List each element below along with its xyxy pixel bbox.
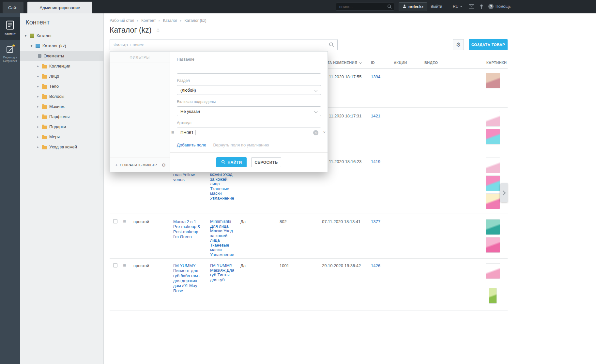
- row-id-link[interactable]: 1377: [371, 219, 380, 224]
- caret-right-icon[interactable]: ▸: [37, 84, 42, 88]
- tree-item-merch[interactable]: ▸ Мерч: [20, 132, 103, 142]
- breadcrumb-item[interactable]: Каталог (kz): [184, 18, 206, 23]
- restore-defaults-link[interactable]: Вернуть поля по умолчанию: [213, 143, 269, 147]
- section-link[interactable]: Увлажнение: [210, 252, 234, 257]
- section-link[interactable]: Увлажнение: [210, 196, 234, 201]
- header-id[interactable]: ID: [367, 61, 390, 65]
- user-menu-button[interactable]: order.kz: [399, 2, 427, 11]
- row-id-link[interactable]: 1421: [371, 114, 380, 118]
- section-select[interactable]: (любой): [177, 85, 321, 95]
- caret-right-icon[interactable]: ▸: [37, 135, 42, 139]
- sort-chevron-icon: [359, 61, 362, 64]
- caret-right-icon[interactable]: ▸: [37, 105, 42, 108]
- favorite-star-icon[interactable]: ☆: [155, 27, 160, 34]
- product-thumbnail[interactable]: [486, 129, 500, 144]
- table-row: ≡ простой I'M YUMMY Пигмент для губ бабл…: [110, 259, 508, 311]
- breadcrumb-item[interactable]: Контент: [141, 18, 156, 23]
- header-pictures[interactable]: КАРТИНКИ: [483, 61, 508, 65]
- caret-down-icon[interactable]: ▾: [25, 34, 30, 38]
- caret-down-icon[interactable]: ▾: [31, 44, 36, 48]
- header-actions[interactable]: АКЦИИ: [390, 61, 421, 65]
- article-field[interactable]: [177, 128, 321, 137]
- create-product-button[interactable]: СОЗДАТЬ ТОВАР: [469, 39, 508, 50]
- caret-right-icon[interactable]: ▸: [37, 125, 42, 129]
- section-link[interactable]: Тканевые маски: [210, 186, 229, 196]
- scroll-right-chevron[interactable]: [500, 183, 508, 202]
- tree-item-podarki[interactable]: ▸ Подарки: [20, 122, 103, 132]
- product-thumbnail[interactable]: [486, 175, 500, 191]
- product-thumbnail[interactable]: [489, 288, 497, 304]
- header-video[interactable]: ВИДЕО: [421, 61, 483, 65]
- save-filter-button[interactable]: + СОХРАНИТЬ ФИЛЬТР ⚙: [110, 158, 170, 172]
- row-type: простой: [130, 259, 170, 268]
- caret-right-icon[interactable]: ▸: [37, 64, 42, 68]
- tab-administration[interactable]: Администрирование: [27, 2, 92, 13]
- product-thumbnail[interactable]: [486, 111, 500, 127]
- tree-item-kollekcii[interactable]: ▸ Коллекции: [20, 61, 103, 71]
- tree-item-lico[interactable]: ▸ Лицо: [20, 71, 103, 81]
- tree-item-volosy[interactable]: ▸ Волосы: [20, 91, 103, 101]
- filter-search-input[interactable]: [110, 39, 337, 50]
- row-id-link[interactable]: 1419: [371, 159, 380, 164]
- product-thumbnail[interactable]: [486, 219, 500, 235]
- section-link[interactable]: Mimimishki: [210, 219, 231, 224]
- module-content-tile[interactable]: Контент: [0, 17, 20, 40]
- row-id-link[interactable]: 1394: [371, 74, 380, 79]
- product-thumbnail[interactable]: [486, 158, 500, 173]
- messages-icon[interactable]: [469, 4, 474, 9]
- caret-right-icon[interactable]: ▸: [37, 115, 42, 118]
- tree-item-katalog-kz[interactable]: ▾ Каталог (kz): [20, 41, 103, 51]
- grid-settings-button[interactable]: ⚙: [453, 39, 464, 50]
- section-link[interactable]: кожей: [210, 172, 222, 177]
- language-selector[interactable]: RU: [453, 4, 463, 9]
- product-thumbnail[interactable]: [486, 237, 500, 253]
- section-link[interactable]: Для лица: [210, 224, 229, 229]
- caret-right-icon[interactable]: ▸: [37, 95, 42, 98]
- tree-item-elements[interactable]: Элементы: [20, 51, 103, 61]
- name-field[interactable]: [177, 64, 321, 73]
- tree-item-uhod-za-kozhey[interactable]: ▸ Уход за кожей: [20, 142, 103, 152]
- caret-right-icon[interactable]: ▸: [37, 74, 42, 78]
- search-icon[interactable]: [329, 42, 334, 48]
- search-icon[interactable]: [387, 4, 392, 10]
- tree-item-telo[interactable]: ▸ Тело: [20, 81, 103, 91]
- remove-field-icon[interactable]: ×: [323, 130, 326, 135]
- module-content-label: Контент: [5, 32, 15, 36]
- product-name-link[interactable]: I'M YUMMY Пигмент для губ бабл гам - для…: [173, 263, 200, 293]
- table-row: ≡ простой Маска 2 в 1 Pre-makeup & Post-…: [110, 214, 508, 259]
- tab-site[interactable]: Сайт: [3, 2, 23, 13]
- row-menu-icon[interactable]: ≡: [123, 220, 126, 223]
- module-bitrix24-tile[interactable]: ★ Переход в Битрикс24: [0, 44, 20, 65]
- subsections-select[interactable]: Не указан: [177, 106, 321, 116]
- section-link[interactable]: Тканевые маски: [210, 243, 229, 252]
- topbar-search-input[interactable]: [336, 3, 394, 11]
- logout-link[interactable]: Выйти: [431, 4, 442, 9]
- tree-item-label: Волосы: [49, 94, 64, 99]
- product-thumbnail[interactable]: [486, 73, 500, 88]
- product-thumbnail[interactable]: [486, 263, 500, 279]
- section-link[interactable]: Макияж: [210, 268, 225, 273]
- help-button[interactable]: ? Помощь: [488, 4, 511, 9]
- breadcrumb-item[interactable]: Рабочий стол: [110, 18, 134, 23]
- pin-icon[interactable]: [480, 4, 483, 10]
- reset-button[interactable]: СБРОСИТЬ: [251, 157, 281, 167]
- section-link[interactable]: I'M YUMMY: [210, 263, 232, 268]
- clear-field-icon[interactable]: ×: [313, 130, 318, 135]
- row-id-link[interactable]: 1426: [371, 263, 380, 268]
- find-button[interactable]: НАЙТИ: [216, 157, 247, 167]
- product-name-link[interactable]: Маска 2 в 1 Pre-makeup & Post-makeup I'm…: [173, 219, 200, 239]
- tree-item-katalog[interactable]: ▾ Каталог: [20, 31, 103, 41]
- drag-handle-icon[interactable]: ≡: [171, 130, 174, 135]
- tree-item-makiyazh[interactable]: ▸ Макияж: [20, 101, 103, 112]
- caret-right-icon[interactable]: ▸: [37, 145, 42, 149]
- product-name-link[interactable]: глаз Yellow venus: [173, 172, 195, 182]
- row-checkbox[interactable]: [113, 263, 117, 267]
- product-thumbnail[interactable]: [486, 193, 500, 209]
- tree-item-parfyumy[interactable]: ▸ Парфюмы: [20, 112, 103, 122]
- breadcrumb-item[interactable]: Каталог: [163, 18, 177, 23]
- gear-icon[interactable]: ⚙: [161, 162, 166, 168]
- row-menu-icon[interactable]: ≡: [123, 264, 126, 267]
- row-checkbox[interactable]: [113, 219, 117, 223]
- section-link[interactable]: Маски: [210, 228, 222, 233]
- add-field-link[interactable]: Добавить поле: [177, 143, 206, 147]
